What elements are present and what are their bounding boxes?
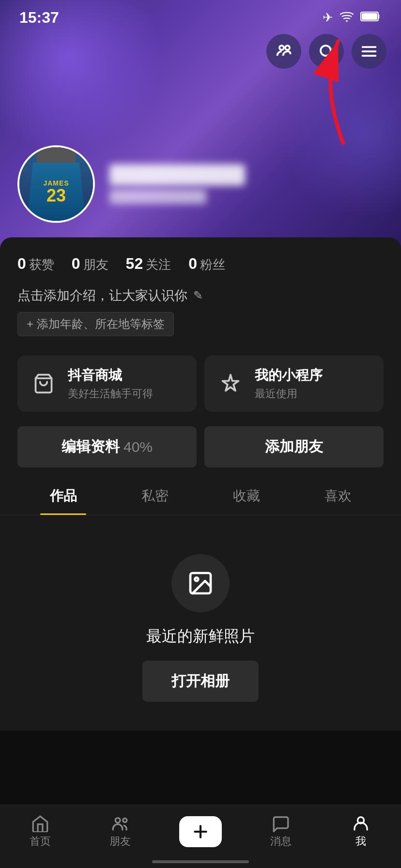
nav-home-label: 首页 [30,834,51,849]
miniapp-icon [216,369,245,398]
svg-rect-2 [362,13,377,20]
mini-app-sub: 最近使用 [255,387,323,401]
edit-profile-button[interactable]: 编辑资料 40% [17,426,197,467]
bottom-nav: 首页 朋友 消息 我 [0,805,401,868]
tab-favorites[interactable]: 收藏 [200,477,292,515]
home-indicator [152,860,249,863]
stat-following-label: 关注 [146,256,171,273]
stat-following[interactable]: 52 关注 [126,255,171,273]
add-friend-label: 添加朋友 [265,437,323,457]
svg-point-13 [195,577,198,581]
stat-friends-label: 朋友 [83,256,108,273]
edit-profile-pct: 40% [123,439,153,455]
jersey-number: 23 [46,187,66,204]
action-buttons-row: 编辑资料 40% 添加朋友 [0,421,401,477]
svg-point-15 [123,818,127,822]
friends-button[interactable] [266,34,301,69]
empty-title: 最近的新鲜照片 [146,626,255,647]
main-content: 0 获赞 0 朋友 52 关注 0 粉丝 点击添加介绍，让大家认识你 ✎ + 添… [0,237,401,731]
douyin-mall-sub: 美好生活触手可得 [68,387,153,401]
tab-works-label: 作品 [50,488,77,503]
nav-me[interactable]: 我 [337,815,385,849]
mini-app-card[interactable]: 我的小程序 最近使用 [204,356,384,412]
wifi-icon [340,10,354,25]
nav-messages-label: 消息 [270,834,292,849]
open-album-button[interactable]: 打开相册 [142,661,259,702]
status-time: 15:37 [19,9,59,27]
tab-favorites-label: 收藏 [233,488,260,503]
stat-following-number: 52 [126,255,143,273]
stat-friends[interactable]: 0 朋友 [72,255,108,273]
stat-followers[interactable]: 0 粉丝 [188,255,225,273]
stat-friends-number: 0 [72,255,80,273]
svg-point-4 [285,46,290,50]
svg-point-14 [116,818,121,823]
svg-point-3 [279,46,284,50]
edit-profile-label: 编辑资料 [62,437,120,457]
tabs-row: 作品 私密 收藏 喜欢 [0,477,401,515]
douyin-mall-info: 抖音商城 美好生活触手可得 [68,366,153,401]
tab-private-label: 私密 [141,488,169,503]
battery-icon [360,10,382,25]
stat-followers-number: 0 [188,255,197,273]
mini-app-info: 我的小程序 最近使用 [255,366,323,401]
username-blurred [109,164,245,186]
mini-app-name: 我的小程序 [255,366,323,385]
username-area [109,164,245,204]
stat-likes[interactable]: 0 获赞 [17,255,54,273]
airplane-icon: ✈ [323,10,333,25]
stat-likes-label: 获赞 [29,256,54,273]
svg-line-6 [330,55,334,59]
status-icons: ✈ [323,10,382,25]
add-friend-button[interactable]: 添加朋友 [204,426,384,467]
stats-row: 0 获赞 0 朋友 52 关注 0 粉丝 [0,255,401,287]
douyin-mall-name: 抖音商城 [68,366,153,385]
bio-placeholder: 点击添加介绍，让大家认识你 [17,287,187,304]
bio-text[interactable]: 点击添加介绍，让大家认识你 ✎ [17,287,384,304]
cart-icon [29,369,58,398]
menu-button[interactable] [352,34,386,69]
top-actions [266,34,386,69]
nav-me-label: 我 [355,834,366,849]
search-button[interactable] [309,34,344,69]
nav-plus-button[interactable] [179,816,222,847]
add-tags-label: + 添加年龄、所在地等标签 [27,316,165,332]
empty-photo-icon-circle [171,554,230,612]
nav-messages[interactable]: 消息 [257,815,305,849]
svg-point-0 [346,20,348,22]
douyin-mall-card[interactable]: 抖音商城 美好生活触手可得 [17,356,197,412]
nav-friends[interactable]: 朋友 [96,815,144,849]
profile-area: JAMES 23 [17,145,245,223]
bio-area: 点击添加介绍，让大家认识你 ✎ + 添加年龄、所在地等标签 [0,287,401,346]
add-tags-button[interactable]: + 添加年龄、所在地等标签 [17,312,174,336]
tab-likes[interactable]: 喜欢 [292,477,384,515]
empty-state: 最近的新鲜照片 打开相册 [0,515,401,731]
edit-bio-icon: ✎ [193,289,203,302]
avatar[interactable]: JAMES 23 [17,145,95,223]
tab-private[interactable]: 私密 [109,477,200,515]
profile-banner: JAMES 23 [0,0,401,252]
stat-likes-number: 0 [17,255,26,273]
open-album-label: 打开相册 [171,673,230,689]
tab-likes-label: 喜欢 [324,488,352,503]
service-row: 抖音商城 美好生活触手可得 我的小程序 最近使用 [0,346,401,421]
user-id-blurred [109,189,206,204]
status-bar: 15:37 ✈ [0,0,401,31]
tab-works[interactable]: 作品 [17,477,109,515]
stat-followers-label: 粉丝 [200,256,225,273]
nav-home[interactable]: 首页 [16,815,64,849]
nav-friends-label: 朋友 [109,834,131,849]
nav-plus[interactable] [176,816,225,847]
